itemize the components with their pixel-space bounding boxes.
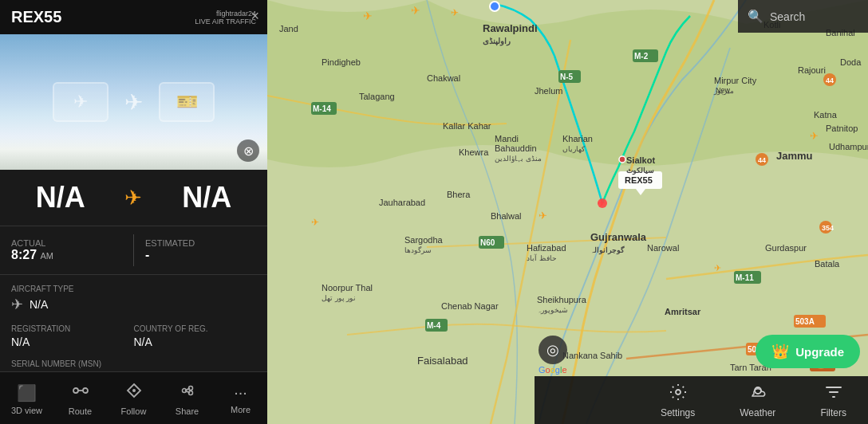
settings-icon [669,383,688,404]
country-col: COUNTRY OF REG. N/A [134,324,257,348]
aircraft-type-row: AIRCRAFT TYPE ✈ N/A [11,285,256,313]
nav-follow[interactable]: Follow [107,372,160,424]
nav-3d-view[interactable]: ⬛ 3D view [0,372,53,424]
svg-text:N-5: N-5 [560,73,574,81]
aircraft-type-label: AIRCRAFT TYPE [11,285,256,293]
map-area[interactable]: ✈ ✈ ✈ ✈ ✈ ✈ ✈ ✈ REX55 M-2 N-5 [267,0,868,424]
3d-view-icon: ⬛ [17,383,37,402]
origin-code: N/A [36,181,85,214]
toolbar-filters[interactable]: Filters [798,383,868,418]
route-section: N/A ✈ N/A [0,170,267,226]
search-input[interactable] [770,10,868,23]
upgrade-label: Upgrade [795,345,844,359]
svg-text:✈: ✈ [810,130,819,142]
filters-label: Filters [820,407,846,418]
bottom-toolbar: Settings Weather Filters [535,376,868,424]
svg-text:44: 44 [826,77,834,84]
nav-follow-label: Follow [121,406,147,416]
follow-icon [125,382,143,403]
nav-share-label: Share [176,406,199,416]
route-icon [72,382,89,403]
svg-point-21 [619,156,625,163]
svg-text:✈: ✈ [411,4,420,17]
registration-label: REGISTRATION [11,324,134,333]
svg-text:M-2: M-2 [634,52,649,61]
toolbar-settings[interactable]: Settings [638,383,717,418]
locate-button[interactable]: ◎ [539,336,567,364]
nav-more-label: More [231,405,251,414]
weather-icon [748,383,767,404]
svg-text:44: 44 [758,156,766,164]
search-bar: 🔍 [738,0,868,33]
upgrade-button[interactable]: 👑 Upgrade [756,335,860,368]
thumb-icons: ✈ ✈ 🎫 [53,82,215,122]
estimated-time: - [145,248,256,262]
registration-col: REGISTRATION N/A [11,324,134,348]
estimated-time-col: ESTIMATED - [145,238,256,262]
country-label: COUNTRY OF REG. [134,324,257,333]
svg-text:✈: ✈ [539,210,547,222]
close-button[interactable]: × [251,8,259,25]
panel-nav: ⬛ 3D view Route Follow [0,371,267,424]
actual-ampm: AM [40,251,53,261]
svg-text:✈: ✈ [714,263,721,273]
actual-label: ACTUAL [11,238,122,248]
country-value: N/A [134,336,257,348]
svg-text:503A: 503A [795,317,815,326]
serial-col: SERIAL NUMBER (MSN) ACE [11,359,256,371]
estimated-label: ESTIMATED [145,238,256,248]
search-icon: 🔍 [748,9,763,24]
svg-point-1 [83,388,88,393]
aircraft-type-icon: ✈ [11,296,23,313]
svg-point-4 [188,387,192,391]
svg-text:REX55: REX55 [625,175,653,185]
svg-text:354: 354 [822,224,834,232]
svg-point-10 [490,2,499,11]
settings-label: Settings [661,407,695,418]
reg-country-row: REGISTRATION N/A COUNTRY OF REG. N/A [11,324,256,348]
locate-icon: ◎ [546,341,559,359]
svg-text:✈: ✈ [451,7,459,18]
registration-value: N/A [11,336,134,348]
upgrade-icon: 👑 [771,343,789,360]
svg-text:N60: N60 [480,238,495,247]
weather-label: Weather [740,407,775,418]
aircraft-type-col: AIRCRAFT TYPE ✈ N/A [11,285,256,313]
share-icon [179,382,196,403]
svg-text:✈: ✈ [363,10,373,22]
google-logo: Google [539,365,567,375]
panel-header: REX55 flightradar24 LIVE AIR TRAFFIC × [0,0,267,34]
nav-route[interactable]: Route [53,372,107,424]
nav-share[interactable]: Share [160,372,214,424]
flightradar-logo: flightradar24 LIVE AIR TRAFFIC [195,10,256,26]
actual-time: 8:27 [11,248,37,261]
cancel-overlay: ⊗ [237,139,259,162]
serial-row: SERIAL NUMBER (MSN) ACE [11,359,256,371]
svg-text:✈: ✈ [598,198,606,209]
ticket-icon-2: 🎫 [159,82,215,122]
route-arrow: ✈ [124,186,142,210]
nav-route-label: Route [69,406,92,416]
time-section: ACTUAL 8:27 AM ESTIMATED - [0,226,267,275]
plane-icon: ✈ [124,89,143,116]
filters-icon [824,383,843,404]
details-section: AIRCRAFT TYPE ✈ N/A REGISTRATION N/A COU… [0,275,267,371]
svg-point-6 [182,389,186,393]
ticket-icon-1: ✈ [53,82,108,122]
flight-thumbnail: ✈ ✈ 🎫 ⊗ [0,34,267,170]
svg-point-48 [676,390,681,395]
time-divider [133,234,134,266]
svg-text:✈: ✈ [311,217,319,228]
toolbar-weather[interactable]: Weather [717,383,798,418]
more-icon: ··· [234,383,247,402]
actual-time-col: ACTUAL 8:27 AM [11,238,122,262]
svg-point-5 [188,391,192,395]
svg-point-0 [73,388,78,393]
nav-more[interactable]: ··· More [214,372,267,424]
panel-title: REX55 [11,8,61,26]
svg-text:M-4: M-4 [427,321,441,330]
svg-point-3 [132,389,136,392]
nav-3d-label: 3D view [11,406,42,415]
aircraft-type-value: N/A [30,298,48,311]
left-panel: REX55 flightradar24 LIVE AIR TRAFFIC × ✈… [0,0,267,424]
